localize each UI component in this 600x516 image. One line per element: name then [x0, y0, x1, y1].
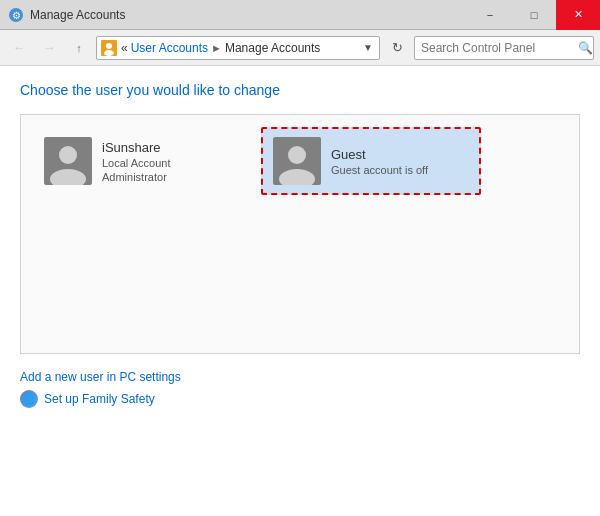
- main-content: Choose the user you would like to change…: [0, 66, 600, 516]
- nav-bar: ← → ↑ « User Accounts ► Manage Accounts …: [0, 30, 600, 66]
- accounts-container: iSunshare Local Account Administrator Gu…: [20, 114, 580, 354]
- window-icon: ⚙: [8, 7, 24, 23]
- maximize-button[interactable]: □: [512, 0, 556, 30]
- forward-button[interactable]: →: [36, 35, 62, 61]
- account-card-guest[interactable]: Guest Guest account is off: [261, 127, 481, 195]
- add-user-link-text: Add a new user in PC settings: [20, 370, 181, 384]
- title-bar-left: ⚙ Manage Accounts: [8, 7, 125, 23]
- breadcrumb-current: Manage Accounts: [225, 41, 320, 55]
- search-input[interactable]: [415, 41, 577, 55]
- account-info-isunshare: iSunshare Local Account Administrator: [102, 140, 171, 183]
- account-card-isunshare[interactable]: iSunshare Local Account Administrator: [33, 127, 253, 195]
- refresh-button[interactable]: ↻: [384, 36, 410, 60]
- family-safety-link-text: Set up Family Safety: [44, 392, 155, 406]
- address-dropdown-button[interactable]: ▼: [361, 42, 375, 53]
- search-box: 🔍: [414, 36, 594, 60]
- account-type-guest: Guest account is off: [331, 164, 428, 176]
- account-type-isunshare: Local Account: [102, 157, 171, 169]
- account-name-guest: Guest: [331, 147, 428, 162]
- back-button[interactable]: ←: [6, 35, 32, 61]
- breadcrumb-separator: ►: [211, 42, 222, 54]
- window-title: Manage Accounts: [30, 8, 125, 22]
- user-accounts-icon: [101, 40, 117, 56]
- svg-point-5: [59, 146, 77, 164]
- bottom-links: Add a new user in PC settings 🌐 Set up F…: [20, 370, 580, 408]
- svg-point-8: [279, 169, 315, 185]
- minimize-button[interactable]: −: [468, 0, 512, 30]
- up-button[interactable]: ↑: [66, 35, 92, 61]
- breadcrumb-link-user-accounts[interactable]: User Accounts: [131, 41, 208, 55]
- svg-point-4: [104, 50, 114, 56]
- svg-point-3: [106, 43, 112, 49]
- add-user-link[interactable]: Add a new user in PC settings: [20, 370, 580, 384]
- close-button[interactable]: ✕: [556, 0, 600, 30]
- page-title: Choose the user you would like to change: [20, 82, 580, 98]
- account-status-isunshare: Administrator: [102, 171, 171, 183]
- address-bar: « User Accounts ► Manage Accounts ▼: [96, 36, 380, 60]
- family-safety-icon: 🌐: [20, 390, 38, 408]
- avatar-guest: [273, 137, 321, 185]
- account-info-guest: Guest Guest account is off: [331, 147, 428, 176]
- title-bar-controls: − □ ✕: [468, 0, 600, 30]
- title-bar: ⚙ Manage Accounts − □ ✕: [0, 0, 600, 30]
- account-name-isunshare: iSunshare: [102, 140, 171, 155]
- family-safety-link[interactable]: 🌐 Set up Family Safety: [20, 390, 580, 408]
- breadcrumb-prefix: «: [121, 41, 128, 55]
- avatar-isunshare: [44, 137, 92, 185]
- svg-point-7: [288, 146, 306, 164]
- svg-point-6: [50, 169, 86, 185]
- search-button[interactable]: 🔍: [577, 36, 593, 60]
- svg-text:⚙: ⚙: [12, 10, 21, 21]
- breadcrumb: « User Accounts ► Manage Accounts: [121, 41, 320, 55]
